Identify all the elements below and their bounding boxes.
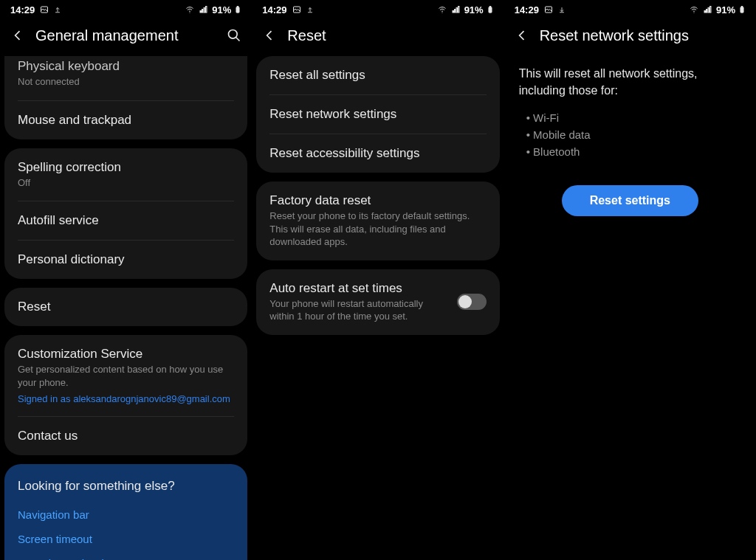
- screen-reset-network: 14:29 91% Reset network settings This wi…: [504, 0, 756, 560]
- setting-label: Personal dictionary: [18, 252, 234, 267]
- wifi-icon: [436, 5, 448, 14]
- setting-desc: Off: [18, 176, 234, 190]
- setting-group-input: Physical keyboard Not connected Mouse an…: [4, 56, 247, 139]
- status-battery-text: 91%: [212, 4, 231, 15]
- image-icon: [292, 5, 302, 14]
- setting-label: Autofill service: [18, 213, 234, 228]
- svg-rect-21: [708, 8, 709, 13]
- svg-rect-11: [453, 11, 454, 13]
- svg-rect-4: [204, 8, 205, 13]
- chevron-left-icon: [515, 28, 529, 43]
- looking-link-navigation-bar[interactable]: Navigation bar: [4, 502, 247, 527]
- download-icon: [558, 5, 566, 14]
- svg-rect-23: [740, 7, 743, 13]
- battery-icon: [234, 4, 241, 15]
- setting-spelling-correction[interactable]: Spelling correction Off: [4, 148, 247, 201]
- reset-network-explain: This will reset all network settings, in…: [519, 65, 741, 99]
- svg-rect-6: [236, 7, 239, 13]
- looking-for-title: Looking for something else?: [4, 464, 247, 502]
- setting-label: Reset accessibility settings: [269, 146, 486, 161]
- setting-auto-restart[interactable]: Auto restart at set times Your phone wil…: [256, 269, 499, 335]
- header: Reset network settings: [504, 19, 756, 56]
- image-icon: [543, 5, 554, 14]
- reset-settings-button[interactable]: Reset settings: [562, 185, 698, 216]
- looking-link-screen-timeout[interactable]: Screen timeout: [4, 527, 247, 551]
- reset-group-basic: Reset all settings Reset network setting…: [256, 56, 499, 173]
- setting-label: Spelling correction: [18, 160, 234, 175]
- page-title: General management: [35, 27, 216, 44]
- svg-rect-15: [489, 7, 492, 13]
- setting-group-service: Customization Service Get personalized c…: [4, 335, 247, 455]
- svg-point-18: [693, 13, 694, 13]
- list-item-mobile-data: Mobile data: [526, 126, 741, 143]
- svg-rect-7: [237, 6, 238, 7]
- svg-rect-20: [706, 10, 707, 13]
- svg-rect-24: [741, 6, 743, 7]
- setting-group-reset: Reset: [4, 288, 247, 326]
- setting-customization-service[interactable]: Customization Service Get personalized c…: [4, 335, 247, 416]
- svg-rect-19: [704, 11, 706, 13]
- auto-restart-toggle[interactable]: [457, 294, 487, 310]
- search-button[interactable]: [224, 28, 244, 43]
- setting-mouse-trackpad[interactable]: Mouse and trackpad: [4, 101, 247, 139]
- svg-point-1: [190, 13, 190, 13]
- list-item-bluetooth: Bluetooth: [526, 143, 741, 160]
- battery-icon: [738, 4, 746, 15]
- setting-personal-dictionary[interactable]: Personal dictionary: [4, 241, 247, 279]
- page-title: Reset network settings: [540, 27, 749, 44]
- setting-label: Reset network settings: [269, 107, 486, 122]
- setting-desc: Reset your phone to its factory default …: [269, 210, 486, 249]
- status-bar: 14:29 91%: [504, 0, 756, 19]
- reset-group-factory: Factory data reset Reset your phone to i…: [256, 182, 499, 260]
- back-button[interactable]: [7, 28, 28, 43]
- signal-icon: [199, 5, 209, 14]
- svg-point-8: [229, 30, 238, 39]
- status-battery-text: 91%: [464, 4, 484, 15]
- setting-label: Auto restart at set times: [269, 281, 447, 296]
- reset-network-body: This will reset all network settings, in…: [504, 56, 756, 225]
- screen-reset: 14:29 91% Reset Reset all settings Reset…: [252, 0, 504, 560]
- setting-label: Reset: [18, 300, 234, 314]
- svg-rect-2: [200, 11, 202, 13]
- svg-rect-14: [458, 7, 459, 13]
- signal-icon: [451, 5, 461, 14]
- setting-label: Factory data reset: [269, 193, 486, 208]
- setting-reset[interactable]: Reset: [4, 288, 247, 326]
- setting-reset-accessibility[interactable]: Reset accessibility settings: [256, 134, 499, 173]
- svg-rect-22: [709, 7, 711, 13]
- setting-reset-all[interactable]: Reset all settings: [256, 56, 499, 94]
- svg-point-10: [441, 13, 442, 13]
- upload-icon: [306, 5, 314, 14]
- setting-label: Customization Service: [18, 347, 234, 362]
- setting-autofill-service[interactable]: Autofill service: [4, 201, 247, 240]
- reset-network-list: Wi-Fi Mobile data Bluetooth: [526, 109, 741, 160]
- status-time: 14:29: [10, 4, 35, 15]
- header: General management: [0, 19, 252, 56]
- wifi-icon: [184, 5, 196, 14]
- status-battery-text: 91%: [716, 4, 735, 15]
- chevron-left-icon: [262, 28, 277, 43]
- svg-rect-3: [202, 10, 204, 13]
- signal-icon: [703, 5, 713, 14]
- setting-desc: Get personalized content based on how yo…: [18, 363, 234, 389]
- setting-group-text: Spelling correction Off Autofill service…: [4, 148, 247, 280]
- back-button[interactable]: [259, 28, 280, 43]
- setting-label: Mouse and trackpad: [18, 113, 234, 128]
- svg-rect-12: [454, 10, 456, 13]
- back-button[interactable]: [512, 28, 532, 43]
- setting-label: Physical keyboard: [18, 59, 234, 74]
- chevron-left-icon: [10, 28, 25, 43]
- setting-contact-us[interactable]: Contact us: [4, 417, 247, 455]
- setting-factory-reset[interactable]: Factory data reset Reset your phone to i…: [256, 182, 499, 260]
- status-time: 14:29: [262, 4, 286, 15]
- looking-link-font-size[interactable]: Font size and style: [4, 551, 247, 560]
- reset-group-auto-restart: Auto restart at set times Your phone wil…: [256, 269, 499, 335]
- setting-desc: Your phone will restart automatically wi…: [269, 297, 447, 323]
- setting-link: Signed in as aleksandarognjanovic89@gmai…: [18, 393, 234, 404]
- status-bar: 14:29 91%: [252, 0, 504, 19]
- wifi-icon: [688, 5, 700, 14]
- setting-reset-network[interactable]: Reset network settings: [256, 95, 499, 134]
- list-item-wifi: Wi-Fi: [526, 109, 741, 126]
- image-icon: [39, 5, 49, 14]
- setting-physical-keyboard[interactable]: Physical keyboard Not connected: [4, 56, 247, 100]
